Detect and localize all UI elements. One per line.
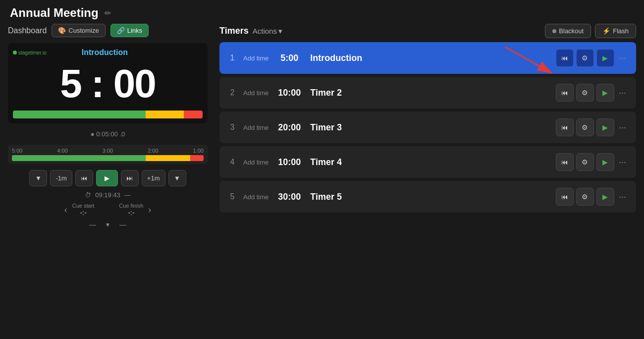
timer-name-1: Introduction [310, 53, 550, 63]
timer-more-button-3[interactable]: ··· [617, 122, 628, 133]
left-panel: Dashboard 🎨 Customize 🔗 Links stagetimer… [0, 24, 215, 339]
prev-button[interactable]: ⏮ [75, 170, 93, 186]
timer-num-1: 1 [227, 54, 237, 62]
timeline-red [190, 155, 204, 161]
timer-row-2[interactable]: 2 Add time 10:00 Timer 2 ⏮ ⚙ ▶ ··· [219, 77, 636, 109]
progress-bar [13, 111, 203, 118]
timeline-bar[interactable] [12, 155, 204, 161]
timer-row-3[interactable]: 3 Add time 20:00 Timer 3 ⏮ ⚙ ▶ ··· [219, 112, 636, 143]
timer-num-4: 4 [227, 158, 237, 167]
blackout-dot-icon [552, 29, 556, 33]
timer-actions-5: ⏮ ⚙ ▶ ··· [556, 188, 628, 206]
timer-actions-3: ⏮ ⚙ ▶ ··· [556, 118, 628, 136]
timer-name-4: Timer 4 [310, 157, 550, 168]
timeline-yellow [146, 155, 190, 161]
time-display-text: ● 0:05:00 .0 [8, 130, 208, 138]
timer-settings-button-2[interactable]: ⚙ [576, 84, 594, 102]
timer-display: stagetimer.io Introduction 5 : 00 [8, 43, 208, 123]
caret-down-button[interactable]: ▾ [106, 221, 109, 228]
add-time-button-2[interactable]: Add time [243, 89, 268, 97]
minus-time-button[interactable]: -1m [50, 170, 72, 186]
timer-duration-3: 20:00 [274, 122, 304, 133]
timer-settings-button-1[interactable]: ⚙ [576, 49, 594, 67]
links-icon: 🔗 [117, 27, 125, 34]
flash-icon: ⚡ [602, 27, 610, 35]
cue-row: ‹ Cue start -:- Cue finish -:- › [8, 203, 208, 217]
add-time-button-5[interactable]: Add time [243, 193, 268, 201]
caret-row: — ▾ — [8, 221, 208, 228]
right-panel-header: Timers Actions ▾ Blackout ⚡ Flash [219, 24, 636, 38]
cue-finish-label: Cue finish [119, 203, 143, 209]
timer-settings-button-5[interactable]: ⚙ [576, 188, 594, 206]
timer-play-button-1[interactable]: ▶ [596, 49, 614, 67]
actions-chevron-icon: ▾ [278, 27, 282, 36]
cue-start-label: Cue start [72, 203, 95, 209]
logo-dot [13, 51, 17, 55]
timer-play-button-5[interactable]: ▶ [596, 188, 614, 206]
timer-more-button-4[interactable]: ··· [617, 157, 628, 168]
timer-row-4[interactable]: 4 Add time 10:00 Timer 4 ⏮ ⚙ ▶ ··· [219, 146, 636, 178]
timer-more-button-1[interactable]: ··· [617, 53, 628, 63]
timer-actions-4: ⏮ ⚙ ▶ ··· [556, 153, 628, 171]
timer-display-title: Introduction [47, 48, 163, 57]
timer-duration-2: 10:00 [274, 88, 304, 98]
cue-finish-value: -:- [119, 209, 143, 217]
timeline-labels: 5:00 4:00 3:00 2:00 1:00 [12, 148, 204, 154]
plus-time-button[interactable]: +1m [142, 170, 165, 186]
flash-button[interactable]: ⚡ Flash [595, 24, 636, 38]
cue-finish: Cue finish -:- [119, 203, 143, 217]
dashboard-label: Dashboard [8, 26, 47, 35]
controls: ▼ -1m ⏮ ▶ ⏭ +1m ▼ [8, 170, 208, 186]
edit-icon[interactable]: ✏ [105, 8, 111, 18]
timer-play-button-2[interactable]: ▶ [596, 84, 614, 102]
timer-play-button-3[interactable]: ▶ [596, 118, 614, 136]
timer-reset-button-5[interactable]: ⏮ [556, 188, 574, 206]
caret-left-button[interactable]: — [89, 221, 96, 228]
cue-next-button[interactable]: › [148, 205, 151, 215]
stagetimer-logo: stagetimer.io [13, 50, 47, 56]
timer-row-5[interactable]: 5 Add time 30:00 Timer 5 ⏮ ⚙ ▶ ··· [219, 181, 636, 213]
app-title: Annual Meeting [10, 6, 99, 20]
add-time-button-3[interactable]: Add time [243, 124, 268, 131]
timer-more-button-2[interactable]: ··· [617, 88, 628, 98]
customize-button[interactable]: 🎨 Customize [52, 24, 105, 37]
timer-name-3: Timer 3 [310, 122, 550, 133]
timer-num-5: 5 [227, 192, 237, 201]
timer-reset-button-1[interactable]: ⏮ [556, 49, 574, 67]
caret-right-button[interactable]: — [119, 221, 126, 228]
play-button[interactable]: ▶ [96, 170, 118, 186]
timeline-green [12, 155, 146, 161]
links-button[interactable]: 🔗 Links [110, 24, 149, 37]
add-time-button-1[interactable]: Add time [243, 55, 268, 62]
timer-list: 1 Add time 5:00 Introduction ⏮ ⚙ ▶ ··· 2… [219, 42, 636, 213]
timer-duration-5: 30:00 [274, 192, 304, 202]
timer-row-1[interactable]: 1 Add time 5:00 Introduction ⏮ ⚙ ▶ ··· [219, 42, 636, 74]
clock-row: ⏱ 09:19:43 — [8, 191, 208, 199]
timer-settings-button-4[interactable]: ⚙ [576, 153, 594, 171]
plus-dropdown-button[interactable]: ▼ [168, 170, 186, 186]
timer-actions-2: ⏮ ⚙ ▶ ··· [556, 84, 628, 102]
timer-countdown: 5 : 00 [13, 59, 203, 109]
timer-reset-button-3[interactable]: ⏮ [556, 118, 574, 136]
minus-dropdown-button[interactable]: ▼ [29, 170, 47, 186]
right-panel: Timers Actions ▾ Blackout ⚡ Flash 1 Add [215, 24, 644, 339]
header-right-buttons: Blackout ⚡ Flash [545, 24, 636, 38]
next-button[interactable]: ⏭ [121, 170, 139, 186]
progress-green [13, 111, 146, 118]
cue-prev-button[interactable]: ‹ [64, 205, 67, 215]
timer-name-2: Timer 2 [310, 88, 550, 98]
add-time-button-4[interactable]: Add time [243, 159, 268, 166]
timer-play-button-4[interactable]: ▶ [596, 153, 614, 171]
timer-actions-1: ⏮ ⚙ ▶ ··· [556, 49, 628, 67]
timer-reset-button-2[interactable]: ⏮ [556, 84, 574, 102]
timer-display-header: stagetimer.io Introduction [13, 48, 203, 57]
main-layout: Dashboard 🎨 Customize 🔗 Links stagetimer… [0, 24, 644, 339]
timeline-container[interactable]: 5:00 4:00 3:00 2:00 1:00 [8, 145, 208, 164]
timer-num-3: 3 [227, 123, 237, 132]
timer-more-button-5[interactable]: ··· [617, 192, 628, 202]
actions-dropdown-button[interactable]: Actions ▾ [253, 27, 282, 36]
timer-reset-button-4[interactable]: ⏮ [556, 153, 574, 171]
customize-icon: 🎨 [58, 27, 66, 34]
blackout-button[interactable]: Blackout [545, 24, 591, 38]
timer-settings-button-3[interactable]: ⚙ [576, 118, 594, 136]
